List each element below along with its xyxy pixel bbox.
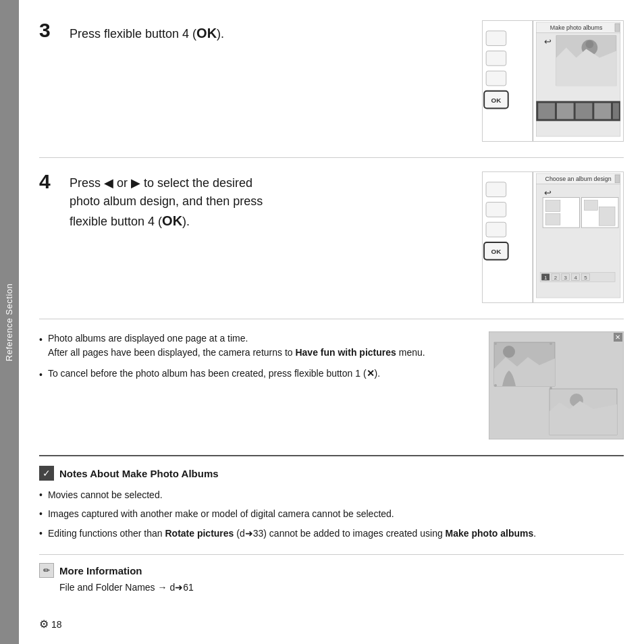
footer-text: 18 bbox=[51, 619, 62, 630]
svg-rect-27 bbox=[545, 200, 560, 212]
svg-point-8 bbox=[585, 41, 593, 49]
svg-rect-11 bbox=[486, 71, 506, 86]
svg-rect-23 bbox=[615, 175, 620, 183]
step-4-line1: Press ◀ or ▶ to select the desired photo… bbox=[70, 176, 263, 228]
notes-title: Notes About Make Photo Albums bbox=[59, 468, 219, 479]
svg-text:5: 5 bbox=[584, 275, 587, 281]
notes-bullet-list: • Movies cannot be selected. • Images ca… bbox=[39, 487, 624, 541]
notes-section: ✓ Notes About Make Photo Albums • Movies… bbox=[39, 455, 624, 545]
svg-rect-44 bbox=[486, 203, 506, 217]
notes-item-2: • Images captured with another make or m… bbox=[39, 506, 624, 521]
step-4-number: 4 bbox=[39, 171, 56, 192]
step-3-diagram: Make photo albums ↩ bbox=[482, 20, 624, 144]
step-3-number: 3 bbox=[39, 20, 56, 41]
svg-text:OK: OK bbox=[491, 97, 502, 104]
svg-rect-19 bbox=[613, 103, 619, 119]
svg-rect-9 bbox=[486, 31, 506, 46]
svg-text:↩: ↩ bbox=[544, 36, 552, 47]
svg-point-59 bbox=[549, 387, 552, 390]
svg-rect-18 bbox=[594, 103, 611, 119]
notes-bullet-dot-3: • bbox=[39, 526, 43, 541]
svg-rect-15 bbox=[538, 103, 555, 119]
pencil-icon: ✏ bbox=[43, 566, 50, 575]
step-3-ok: OK bbox=[196, 26, 217, 41]
svg-rect-28 bbox=[545, 213, 560, 225]
bullets-text: • Photo albums are displayed one page at… bbox=[39, 331, 475, 441]
svg-text:1: 1 bbox=[544, 275, 547, 281]
svg-text:3: 3 bbox=[564, 275, 568, 281]
more-info-title: More Information bbox=[59, 565, 142, 576]
photo-preview-svg: ✕ bbox=[489, 331, 624, 439]
x-symbol: ✕ bbox=[367, 368, 375, 379]
notes-bullet-dot-2: • bbox=[39, 506, 43, 521]
svg-point-56 bbox=[494, 342, 497, 345]
step-4-svg: Choose an album design ↩ bbox=[482, 171, 624, 303]
step-3-section: 3 Press flexible button 4 (OK). Make pho… bbox=[39, 20, 624, 158]
step-4-section: 4 Press ◀ or ▶ to select the desired pho… bbox=[39, 171, 624, 319]
more-info-text: File and Folder Names → d➜61 bbox=[59, 582, 624, 593]
side-tab: Reference Section bbox=[0, 0, 19, 644]
notes-bullet-dot-1: • bbox=[39, 487, 43, 502]
bullet-1-text: Photo albums are displayed one page at a… bbox=[48, 331, 425, 360]
svg-text:OK: OK bbox=[491, 248, 502, 255]
notes-item-1-text: Movies cannot be selected. bbox=[48, 487, 163, 502]
notes-item-3: • Editing functions other than Rotate pi… bbox=[39, 526, 624, 541]
notes-item-1: • Movies cannot be selected. bbox=[39, 487, 624, 502]
svg-rect-10 bbox=[486, 51, 506, 66]
step-3-svg: Make photo albums ↩ bbox=[482, 20, 624, 142]
check-icon-box: ✓ bbox=[39, 466, 54, 481]
step-3-text: Press flexible button 4 (OK). bbox=[70, 20, 468, 43]
notes-item-3-text: Editing functions other than Rotate pict… bbox=[48, 526, 536, 541]
notes-header: ✓ Notes About Make Photo Albums bbox=[39, 466, 624, 481]
bullet-item-1: • Photo albums are displayed one page at… bbox=[39, 331, 475, 360]
side-tab-label: Reference Section bbox=[5, 283, 15, 360]
svg-text:↩: ↩ bbox=[544, 188, 552, 198]
svg-text:2: 2 bbox=[554, 275, 557, 281]
svg-rect-31 bbox=[599, 207, 615, 225]
bullet-2-text: To cancel before the photo album has bee… bbox=[48, 367, 380, 382]
main-content: 3 Press flexible button 4 (OK). Make pho… bbox=[19, 0, 644, 644]
pencil-icon-box: ✏ bbox=[39, 563, 54, 578]
svg-text:Choose an album design: Choose an album design bbox=[545, 176, 612, 182]
step-4-diagram: Choose an album design ↩ bbox=[482, 171, 624, 305]
bullet-dot-1: • bbox=[39, 333, 43, 360]
svg-text:✕: ✕ bbox=[615, 333, 620, 341]
svg-rect-30 bbox=[585, 200, 598, 211]
bullet-item-2: • To cancel before the photo album has b… bbox=[39, 367, 475, 382]
svg-rect-2 bbox=[615, 24, 620, 32]
svg-rect-43 bbox=[486, 182, 506, 197]
svg-rect-17 bbox=[576, 103, 593, 119]
bullet-dot-2: • bbox=[39, 368, 43, 382]
svg-point-53 bbox=[503, 346, 515, 358]
svg-rect-16 bbox=[557, 103, 574, 119]
bullet-list: • Photo albums are displayed one page at… bbox=[39, 331, 475, 382]
step-3-text-main: Press flexible button 4 (OK). bbox=[70, 27, 224, 41]
photo-preview-box: ✕ bbox=[489, 331, 624, 441]
svg-point-57 bbox=[494, 384, 497, 387]
footer-icon: ⚙ bbox=[39, 618, 49, 630]
svg-point-58 bbox=[549, 342, 552, 345]
rotate-pictures-text: Rotate pictures bbox=[165, 528, 234, 539]
step-4-text: Press ◀ or ▶ to select the desired photo… bbox=[70, 171, 468, 231]
more-info-header: ✏ More Information bbox=[39, 563, 624, 578]
more-info-section: ✏ More Information File and Folder Names… bbox=[39, 554, 624, 593]
notes-item-2-text: Images captured with another make or mod… bbox=[48, 506, 394, 521]
svg-text:Make photo albums: Make photo albums bbox=[550, 24, 603, 31]
make-photo-albums-text: Make photo albums bbox=[446, 528, 534, 539]
step-4-ok: OK bbox=[162, 213, 182, 228]
have-fun-text: Have fun with pictures bbox=[295, 347, 396, 358]
check-icon: ✓ bbox=[43, 468, 51, 479]
svg-text:4: 4 bbox=[574, 275, 577, 281]
bullets-area: • Photo albums are displayed one page at… bbox=[39, 331, 624, 441]
page-footer: ⚙ 18 bbox=[39, 618, 624, 630]
svg-rect-45 bbox=[486, 222, 506, 237]
